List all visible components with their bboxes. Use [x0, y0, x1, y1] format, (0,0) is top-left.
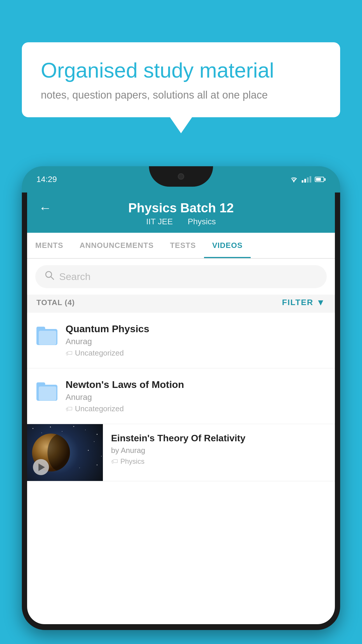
svg-point-19 — [97, 465, 98, 466]
tab-videos[interactable]: VIDEOS — [204, 233, 251, 258]
list-item[interactable]: Einstein's Theory Of Relativity by Anura… — [27, 424, 335, 481]
tab-announcements[interactable]: ANNOUNCEMENTS — [71, 233, 162, 258]
filter-icon: ▼ — [316, 298, 326, 307]
svg-point-17 — [88, 450, 89, 451]
svg-point-13 — [73, 426, 74, 427]
status-icons — [289, 176, 326, 183]
list-item[interactable]: Newton's Laws of Motion Anurag 🏷 Uncateg… — [27, 368, 335, 424]
subtitle-part2: Physics — [188, 217, 216, 226]
video-info: Einstein's Theory Of Relativity by Anura… — [103, 424, 335, 474]
search-icon — [45, 270, 55, 283]
tabs-bar: MENTS ANNOUNCEMENTS TESTS VIDEOS — [27, 233, 335, 259]
folder-icon — [36, 323, 57, 348]
video-title: Einstein's Theory Of Relativity — [111, 433, 327, 444]
filter-label: FILTER — [282, 298, 313, 307]
status-time: 14:29 — [36, 175, 57, 184]
video-title: Newton's Laws of Motion — [66, 379, 326, 390]
back-button[interactable]: ← — [39, 201, 52, 215]
video-info: Newton's Laws of Motion Anurag 🏷 Uncateg… — [66, 379, 326, 413]
filter-row: TOTAL (4) FILTER ▼ — [27, 295, 335, 313]
svg-point-9 — [33, 428, 34, 429]
phone-outer: 14:29 — [22, 166, 340, 630]
status-bar: 14:29 — [22, 166, 340, 192]
tag-icon: 🏷 — [111, 457, 118, 466]
battery-icon — [315, 177, 326, 182]
phone-mockup: 14:29 — [22, 166, 340, 644]
svg-line-2 — [51, 276, 54, 279]
video-thumbnail — [27, 424, 103, 481]
svg-point-18 — [79, 468, 80, 468]
list-item[interactable]: Quantum Physics Anurag 🏷 Uncategorized — [27, 313, 335, 368]
svg-rect-8 — [39, 386, 56, 400]
video-tag: Uncategorized — [75, 404, 124, 413]
subtitle-part1: IIT JEE — [146, 217, 173, 226]
svg-point-14 — [85, 430, 86, 430]
video-info: Quantum Physics Anurag 🏷 Uncategorized — [66, 323, 326, 358]
video-tag-row: 🏷 Uncategorized — [66, 349, 326, 358]
video-author: Anurag — [66, 393, 326, 402]
tag-icon: 🏷 — [66, 349, 73, 357]
search-bar[interactable]: Search — [35, 265, 327, 288]
tag-icon: 🏷 — [66, 405, 73, 413]
search-input[interactable]: Search — [59, 271, 91, 282]
svg-point-11 — [50, 427, 51, 428]
bubble-subtitle: notes, question papers, solutions all at… — [41, 89, 321, 101]
video-tag-row: 🏷 Uncategorized — [66, 404, 326, 413]
video-author: by Anurag — [111, 446, 327, 455]
video-tag-row: 🏷 Physics — [111, 457, 327, 466]
camera — [178, 173, 184, 180]
speech-bubble-section: Organised study material notes, question… — [22, 42, 340, 117]
svg-point-15 — [97, 434, 98, 435]
svg-rect-5 — [39, 331, 56, 345]
play-button[interactable] — [33, 459, 49, 475]
phone-notch — [149, 166, 213, 187]
speech-bubble: Organised study material notes, question… — [22, 42, 340, 117]
app-header: ← Physics Batch 12 IIT JEE Physics — [27, 192, 335, 233]
phone-screen: ← Physics Batch 12 IIT JEE Physics MENTS… — [27, 192, 335, 624]
folder-icon — [36, 379, 57, 403]
video-tag: Physics — [120, 457, 145, 466]
tab-ments[interactable]: MENTS — [27, 233, 71, 258]
svg-point-16 — [94, 441, 94, 442]
wifi-icon — [289, 176, 298, 183]
header-subtitle: IIT JEE Physics — [143, 217, 219, 226]
filter-button[interactable]: FILTER ▼ — [282, 298, 326, 307]
tab-tests[interactable]: TESTS — [162, 233, 204, 258]
play-icon — [38, 463, 45, 471]
bubble-title: Organised study material — [41, 58, 321, 83]
signal-icon — [302, 176, 311, 183]
page-title: Physics Batch 12 — [39, 201, 323, 215]
total-count: TOTAL (4) — [36, 298, 75, 307]
video-list: Quantum Physics Anurag 🏷 Uncategorized — [27, 313, 335, 481]
video-author: Anurag — [66, 337, 326, 346]
video-title: Quantum Physics — [66, 323, 326, 335]
svg-point-20 — [101, 456, 102, 456]
svg-point-0 — [293, 181, 294, 182]
video-tag: Uncategorized — [75, 349, 124, 358]
